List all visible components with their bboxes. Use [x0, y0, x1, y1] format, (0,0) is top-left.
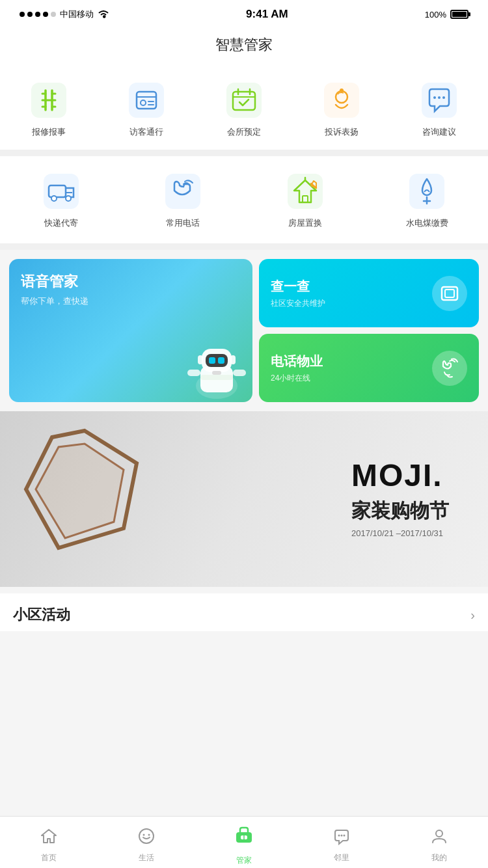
- phone-label: 常用电话: [166, 217, 200, 229]
- service-grid-row1: 报修报事 访客通行 会所预定: [0, 65, 488, 150]
- nav-item-life[interactable]: 生活: [98, 822, 195, 863]
- home-icon: [40, 827, 58, 850]
- phone-service-card[interactable]: 电话物业 24小时在线: [259, 334, 479, 402]
- status-bar: 中国移动 9:41 AM 100%: [0, 0, 488, 29]
- nav-item-mine[interactable]: 我的: [390, 822, 488, 863]
- promo-banner[interactable]: MOJI. 家装购物节 2017/10/21 –2017/10/31: [0, 411, 488, 587]
- phone-service-text: 电话物业 24小时在线: [271, 353, 323, 384]
- svg-rect-51: [445, 290, 454, 297]
- status-left: 中国移动: [20, 8, 109, 20]
- svg-rect-19: [324, 83, 359, 118]
- svg-point-62: [344, 834, 346, 836]
- service-item-club[interactable]: 会所预定: [195, 72, 293, 146]
- community-section[interactable]: 小区活动 ›: [0, 593, 488, 631]
- service-item-visitor[interactable]: 访客通行: [98, 72, 195, 146]
- nav-item-butler[interactable]: 管家: [195, 819, 293, 866]
- butler-icon: [232, 824, 256, 852]
- wifi-icon: [98, 9, 109, 20]
- service-item-consult[interactable]: 咨询建议: [390, 72, 488, 146]
- service-item-phone[interactable]: 常用电话: [122, 163, 245, 237]
- svg-rect-8: [129, 83, 164, 118]
- complaint-icon: [321, 79, 362, 121]
- visitor-label: 访客通行: [129, 126, 163, 138]
- service-item-house[interactable]: 房屋置换: [244, 163, 366, 237]
- house-icon: [284, 170, 326, 212]
- banner-brand: MOJI.: [351, 460, 449, 491]
- svg-rect-44: [198, 355, 203, 364]
- svg-point-61: [341, 834, 343, 836]
- complaint-label: 投诉表扬: [325, 126, 359, 138]
- svg-point-25: [442, 96, 445, 99]
- voice-butler-card[interactable]: 语音管家 帮你下单，查快递: [9, 259, 252, 402]
- check-card-icon: [432, 276, 467, 311]
- banner-date: 2017/10/21 –2017/10/31: [351, 528, 449, 538]
- svg-point-63: [436, 830, 442, 837]
- svg-rect-22: [422, 83, 457, 118]
- robot-illustration: [174, 324, 252, 402]
- service-item-repair[interactable]: 报修报事: [0, 72, 98, 146]
- check-card[interactable]: 查一查 社区安全共维护: [259, 259, 479, 327]
- mine-icon: [430, 827, 448, 850]
- svg-rect-31: [165, 174, 200, 209]
- svg-point-55: [143, 834, 145, 835]
- phone-icon: [162, 170, 204, 212]
- phone-service-icon: [432, 351, 467, 386]
- banner-title: 家装购物节: [351, 498, 449, 524]
- service-item-express[interactable]: 快递代寄: [0, 163, 122, 237]
- voice-butler-subtitle: 帮你下单，查快递: [21, 295, 241, 307]
- status-right: 100%: [425, 10, 468, 20]
- repair-label: 报修报事: [32, 126, 66, 138]
- consult-icon: [418, 79, 460, 121]
- signal-dots: [20, 12, 56, 17]
- phone-service-subtitle: 24小时在线: [271, 373, 323, 384]
- repair-icon: [28, 79, 70, 121]
- status-time: 9:41 AM: [246, 8, 288, 21]
- check-card-subtitle: 社区安全共维护: [271, 298, 325, 309]
- express-icon: [40, 170, 82, 212]
- banner-content: MOJI. 家装购物节 2017/10/21 –2017/10/31: [351, 460, 449, 538]
- bottom-navigation: 首页 生活 管家: [0, 816, 488, 868]
- svg-point-28: [51, 196, 57, 201]
- battery-label: 100%: [425, 10, 446, 20]
- express-label: 快递代寄: [44, 217, 78, 229]
- community-title: 小区活动: [13, 605, 70, 625]
- visitor-icon: [126, 79, 167, 121]
- utility-icon: [406, 170, 448, 212]
- svg-rect-14: [226, 83, 262, 118]
- service-grid-row2: 快递代寄 常用电话 房屋置换: [0, 156, 488, 243]
- svg-point-24: [438, 96, 441, 99]
- svg-point-29: [66, 196, 71, 201]
- mine-nav-label: 我的: [431, 852, 447, 863]
- service-item-utility[interactable]: 水电煤缴费: [366, 163, 489, 237]
- utility-label: 水电煤缴费: [406, 217, 448, 229]
- svg-point-54: [139, 829, 154, 843]
- voice-butler-title: 语音管家: [21, 272, 241, 292]
- svg-rect-47: [187, 370, 200, 376]
- svg-marker-53: [36, 444, 124, 538]
- page-title: 智慧管家: [215, 36, 273, 53]
- svg-rect-49: [200, 375, 233, 380]
- svg-rect-48: [233, 370, 246, 376]
- service-item-complaint[interactable]: 投诉表扬: [293, 72, 390, 146]
- nav-item-neighbor[interactable]: 邻里: [293, 822, 390, 863]
- club-icon: [223, 79, 265, 121]
- svg-rect-42: [209, 357, 215, 364]
- carrier-label: 中国移动: [60, 8, 94, 20]
- community-arrow-icon: ›: [470, 608, 475, 623]
- svg-point-23: [433, 96, 436, 99]
- svg-rect-46: [212, 371, 221, 375]
- battery-icon: [450, 10, 468, 19]
- neighbor-icon: [332, 827, 351, 850]
- house-label: 房屋置换: [288, 217, 322, 229]
- svg-point-60: [338, 834, 340, 836]
- svg-point-56: [148, 834, 150, 835]
- divider-2: [0, 243, 488, 250]
- nav-item-home[interactable]: 首页: [0, 822, 98, 863]
- club-label: 会所预定: [227, 126, 261, 138]
- feature-section: 语音管家 帮你下单，查快递: [0, 250, 488, 411]
- svg-rect-45: [230, 355, 236, 364]
- divider-1: [0, 150, 488, 156]
- check-card-text: 查一查 社区安全共维护: [271, 278, 325, 309]
- life-icon: [137, 827, 156, 850]
- life-nav-label: 生活: [139, 852, 154, 863]
